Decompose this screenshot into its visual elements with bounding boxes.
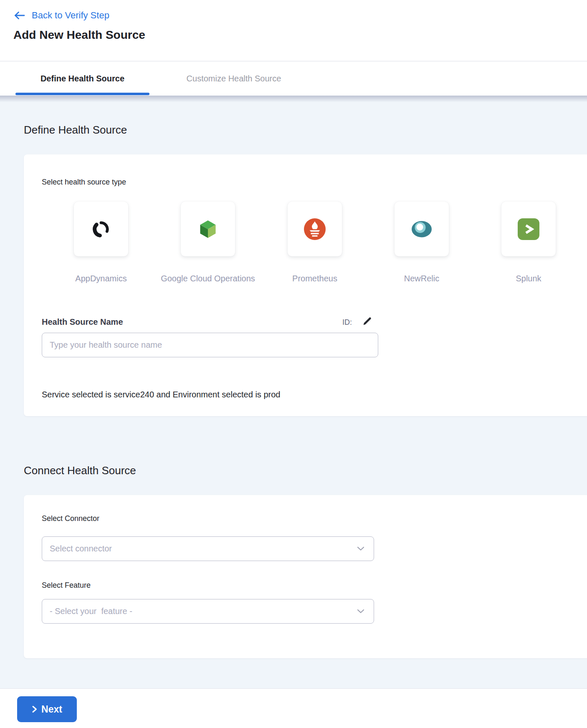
google-cloud-operations-icon	[198, 219, 218, 239]
define-section-heading: Define Health Source	[24, 124, 127, 136]
chevron-down-icon	[357, 609, 364, 614]
define-health-source-card	[24, 154, 587, 416]
prometheus-icon	[304, 218, 326, 240]
source-type-splunk[interactable]	[501, 202, 556, 256]
chevron-down-icon	[357, 546, 364, 551]
tab-customize-health-source[interactable]: Customize Health Source	[155, 61, 312, 96]
connect-section-heading: Connect Health Source	[24, 464, 136, 477]
footer-bar: Next	[0, 689, 587, 728]
appdynamics-icon	[91, 220, 111, 239]
connector-select[interactable]: Select connector	[42, 536, 374, 561]
select-feature-label: Select Feature	[42, 581, 91, 590]
back-link[interactable]: Back to Verify Step	[14, 10, 109, 21]
source-type-appdynamics[interactable]	[74, 202, 128, 256]
chevron-right-icon	[32, 705, 37, 713]
tab-customize-label: Customize Health Source	[187, 74, 281, 83]
feature-select[interactable]: - Select your feature -	[42, 599, 374, 624]
back-link-label: Back to Verify Step	[32, 10, 109, 21]
splunk-icon	[518, 218, 539, 240]
next-button[interactable]: Next	[17, 696, 77, 722]
tab-bar: Define Health Source Customize Health So…	[0, 61, 587, 96]
source-type-label-appdynamics: AppDynamics	[48, 274, 154, 283]
source-type-label-splunk: Splunk	[475, 274, 582, 283]
select-health-source-type-label: Select health source type	[42, 178, 126, 187]
source-type-label-newrelic: NewRelic	[368, 274, 475, 283]
page-title: Add New Health Source	[13, 28, 145, 42]
connector-select-placeholder: Select connector	[50, 544, 112, 554]
active-tab-underline	[15, 93, 149, 95]
source-type-google-cloud-operations[interactable]	[181, 202, 235, 256]
source-type-label-google-cloud-operations: Google Cloud Operations	[154, 274, 261, 283]
service-environment-note: Service selected is service240 and Envir…	[42, 390, 280, 399]
newrelic-icon	[411, 220, 432, 238]
health-source-name-input[interactable]	[42, 333, 378, 357]
connect-health-source-card	[24, 495, 587, 658]
id-label: ID:	[342, 318, 352, 327]
source-type-newrelic[interactable]	[395, 202, 449, 256]
source-type-label-prometheus: Prometheus	[261, 274, 368, 283]
source-type-prometheus[interactable]	[288, 202, 342, 256]
add-health-source-page: Back to Verify Step Add New Health Sourc…	[0, 0, 587, 728]
health-source-name-label: Health Source Name	[42, 317, 123, 327]
tab-define-health-source[interactable]: Define Health Source	[15, 61, 149, 96]
next-button-label: Next	[41, 704, 62, 715]
tab-define-label: Define Health Source	[40, 74, 124, 83]
edit-id-pencil-icon[interactable]	[362, 316, 372, 328]
select-connector-label: Select Connector	[42, 514, 99, 523]
feature-select-placeholder: - Select your feature -	[50, 607, 132, 616]
back-arrow-icon	[14, 11, 25, 20]
